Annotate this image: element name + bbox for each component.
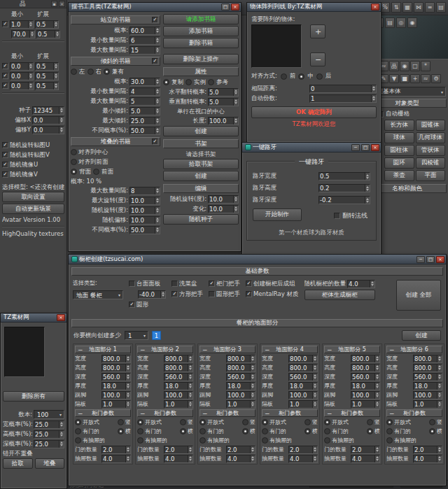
spinner-up-icon[interactable]: [376, 383, 379, 385]
spinner-down-icon[interactable]: [438, 459, 441, 461]
spinner-up-icon[interactable]: [127, 365, 130, 367]
door-params-header[interactable]: −柜门参数: [324, 409, 380, 417]
spinner-up-icon[interactable]: [156, 89, 159, 91]
checkbox[interactable]: ✓: [152, 58, 158, 64]
object-type-button[interactable]: 长方体: [384, 120, 414, 131]
spinner-field[interactable]: 18.0: [288, 382, 318, 390]
radio-button[interactable]: [71, 69, 77, 75]
left-panel-title-bar[interactable]: 品 ▪ ×: [0, 0, 66, 8]
lights-category-icon[interactable]: ▼: [389, 74, 399, 83]
spinner-field[interactable]: 1.0: [351, 400, 380, 409]
checkbox[interactable]: ✓: [246, 281, 252, 287]
spinner-down-icon[interactable]: [127, 368, 130, 370]
spinner-field[interactable]: 2.0: [102, 446, 131, 454]
radio-button[interactable]: [71, 169, 77, 175]
spinner-down-icon[interactable]: [438, 377, 441, 379]
spinner-up-icon[interactable]: [29, 64, 32, 66]
spinner-arrows[interactable]: [312, 455, 317, 462]
clear-shelf-button[interactable]: 删除架上操作: [163, 54, 239, 64]
spinner-arrows[interactable]: [155, 197, 160, 204]
radio-button[interactable]: [75, 428, 81, 434]
maximize-button[interactable]: □: [426, 256, 435, 263]
spinner-field[interactable]: 4.0: [226, 455, 255, 463]
spinner-down-icon[interactable]: [55, 24, 57, 27]
add-object-button[interactable]: +: [310, 24, 326, 38]
spinner-down-icon[interactable]: [376, 395, 379, 397]
radio-button[interactable]: [304, 419, 311, 425]
spinner-down-icon[interactable]: [127, 450, 130, 452]
spinner-up-icon[interactable]: [438, 365, 441, 367]
spinner-down-icon[interactable]: [127, 404, 130, 406]
spinner-up-icon[interactable]: [438, 447, 441, 449]
spinner-down-icon[interactable]: [234, 209, 237, 211]
spinner-up-icon[interactable]: [189, 392, 192, 395]
spinner-field[interactable]: 10.0: [208, 205, 239, 213]
spinner-down-icon[interactable]: [189, 404, 192, 406]
spinner-field[interactable]: 0.0: [10, 62, 34, 71]
remove-object-button[interactable]: −: [310, 52, 326, 66]
spinner-field[interactable]: 1.0: [226, 400, 255, 409]
checkbox[interactable]: ✓: [2, 162, 8, 168]
spinner-up-icon[interactable]: [376, 365, 379, 367]
spinner-arrows[interactable]: [59, 107, 64, 114]
motion-tab-icon[interactable]: ◉: [400, 61, 410, 71]
spinner-field[interactable]: 560.0: [288, 373, 318, 381]
checkbox[interactable]: ✓: [246, 291, 252, 297]
spinner-down-icon[interactable]: [60, 130, 63, 132]
spinner-field[interactable]: 560.0: [226, 373, 255, 381]
spinner-field[interactable]: 10.0: [208, 195, 239, 204]
spinner-up-icon[interactable]: [55, 83, 57, 85]
door-params-header[interactable]: −柜门参数: [200, 409, 255, 417]
spinner-down-icon[interactable]: [162, 295, 164, 297]
spinner-down-icon[interactable]: [31, 34, 34, 36]
checkbox[interactable]: ✓: [209, 281, 215, 287]
spinner-up-icon[interactable]: [251, 402, 254, 404]
spinner-arrows[interactable]: [233, 89, 238, 96]
spinner-field[interactable]: -0.2: [318, 196, 370, 204]
spinner-arrows[interactable]: [437, 374, 442, 381]
spinner-arrows[interactable]: [125, 401, 130, 408]
spinner-field[interactable]: 1.0: [413, 400, 442, 409]
spinner-arrows[interactable]: [53, 63, 58, 70]
spinner-field[interactable]: 800.0: [413, 355, 442, 363]
spinner-up-icon[interactable]: [314, 356, 316, 358]
spinner-arrows[interactable]: [437, 383, 442, 390]
spinner-arrows[interactable]: [312, 392, 317, 399]
spinner-down-icon[interactable]: [234, 102, 237, 104]
spinner-arrows[interactable]: [29, 31, 34, 38]
spinner-down-icon[interactable]: [438, 395, 441, 397]
radio-button[interactable]: [242, 428, 248, 434]
spinner-arrows[interactable]: [312, 364, 317, 371]
spinner-down-icon[interactable]: [189, 368, 192, 370]
spinner-up-icon[interactable]: [60, 127, 63, 129]
spinner-field[interactable]: 18.0: [351, 382, 380, 390]
spinner-up-icon[interactable]: [314, 456, 316, 458]
spinner-up-icon[interactable]: [366, 186, 369, 188]
spinner-up-icon[interactable]: [127, 383, 130, 385]
spinner-arrows[interactable]: [312, 446, 317, 453]
spinner-arrows[interactable]: [233, 206, 238, 213]
spinner-arrows[interactable]: [437, 455, 442, 462]
spinner-arrows[interactable]: [125, 374, 130, 381]
spinner-field[interactable]: 0.0: [10, 72, 34, 80]
spinner-up-icon[interactable]: [156, 218, 159, 220]
stack-button[interactable]: 堆叠: [35, 458, 65, 469]
spinner-arrows[interactable]: [365, 197, 370, 204]
spinner-field[interactable]: 560.0: [413, 373, 442, 381]
spinner-down-icon[interactable]: [189, 395, 192, 397]
spinner-down-icon[interactable]: [314, 359, 316, 361]
spinner-down-icon[interactable]: [251, 377, 254, 379]
spinner-arrows[interactable]: [188, 374, 192, 381]
delete-book-button[interactable]: 删除书籍: [163, 38, 239, 48]
pick-button[interactable]: 拾取: [3, 458, 33, 469]
spinner-up-icon[interactable]: [372, 86, 375, 88]
spinner-arrows[interactable]: [374, 374, 379, 381]
spinner-arrows[interactable]: [250, 455, 255, 462]
spinner-up-icon[interactable]: [156, 99, 159, 101]
spinner-up-icon[interactable]: [156, 208, 159, 210]
spinner-field[interactable]: 100.0: [164, 391, 193, 399]
spinner-arrows[interactable]: [155, 108, 160, 115]
spinner-up-icon[interactable]: [31, 31, 34, 34]
spinner-arrows[interactable]: [188, 446, 192, 453]
cabinet-type-dropdown[interactable]: 地面 餐柜 ▾: [73, 290, 123, 299]
